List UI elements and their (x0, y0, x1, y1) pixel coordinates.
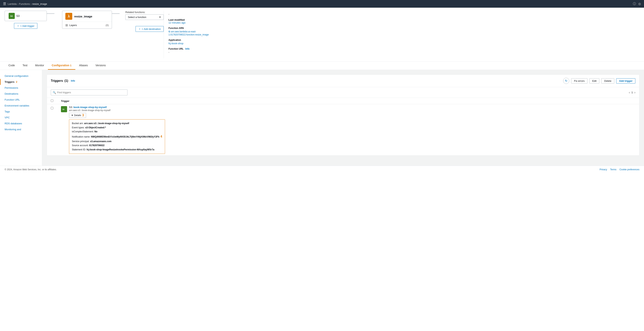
breadcrumb-functions[interactable]: Functions (19, 2, 30, 5)
num4-badge: 4 (160, 135, 162, 138)
footer-links: Privacy Terms Cookie preferences (600, 168, 640, 171)
footer-cookies[interactable]: Cookie preferences (620, 168, 640, 171)
footer-copyright: © 2024, Amazon Web Services, Inc. or its… (4, 168, 57, 171)
details-toggle-button[interactable]: ▼ Details 3 (69, 113, 86, 118)
breadcrumb-current: resize_image (32, 2, 47, 5)
plus-icon-dest: ＋ (138, 27, 141, 31)
search-row: 🔍 ‹ 1 › (47, 87, 639, 98)
detail-bucket-arn: Bucket arn: arn:aws:s3:::book-image-shop… (72, 121, 162, 126)
application-label: Application (168, 39, 220, 41)
trigger-cell: S3 S3: book-image-shop-by-myself ar (57, 104, 639, 156)
application-link[interactable]: fcj-book-shop (168, 42, 184, 45)
sidebar: General configuration Triggers 2 Permiss… (0, 70, 42, 166)
content-area: General configuration Triggers 2 Permiss… (0, 70, 644, 166)
add-trigger-button[interactable]: ＋ + Add trigger (14, 23, 37, 29)
sidebar-item-monitoring[interactable]: Monitoring and (0, 126, 42, 132)
footer-terms[interactable]: Terms (610, 168, 616, 171)
trigger-name-link[interactable]: book-image-shop-by-myself (74, 106, 106, 109)
layers-row: ⊞ Layers (0) (62, 22, 112, 28)
refresh-button[interactable]: ↻ (563, 78, 569, 84)
connector-line-right (112, 13, 120, 14)
footer: © 2024, Amazon Web Services, Inc. or its… (0, 166, 644, 173)
prev-page-button[interactable]: ‹ (629, 91, 630, 94)
function-url-label: Function URL Info (168, 47, 220, 50)
application-section: Application fcj-book-shop (168, 39, 220, 45)
trigger-checkbox[interactable] (51, 107, 53, 109)
sidebar-item-env-vars[interactable]: Environment variables (0, 103, 42, 109)
chevron-down-icon: ▼ (159, 16, 161, 18)
trigger-section: S3 S3 ＋ + Add trigger (4, 11, 47, 29)
layers-count: (0) (106, 24, 109, 27)
trigger-info: S3: book-image-shop-by-myself arn:aws:s3… (69, 106, 165, 154)
next-page-button[interactable]: › (634, 91, 636, 94)
tab-aliases[interactable]: Aliases (75, 61, 92, 70)
related-dropdown-row: Related functions: Select a function ▼ (125, 11, 164, 20)
sidebar-item-triggers[interactable]: Triggers 2 (0, 79, 42, 85)
s3-trigger-box[interactable]: S3 S3 (4, 11, 47, 21)
arn-text: arn:aws:lambda:us-east-1:017820706022:fu… (168, 30, 209, 36)
function-box: λ resize_image ⊞ Layers (0) (62, 11, 112, 29)
s3-trigger-icon: S3 (61, 106, 67, 112)
detail-statement-id: Statement ID: fcj-book-shop-ImageResizeI… (72, 148, 162, 152)
user-icon[interactable]: ◎ (638, 2, 641, 6)
triggers-panel: Triggers (1) Info ↻ Fix errors Edit Dele… (42, 70, 644, 166)
info-icon[interactable]: ⓘ (633, 2, 636, 6)
fix-errors-button[interactable]: Fix errors (571, 78, 588, 83)
sidebar-item-tags[interactable]: Tags (0, 109, 42, 115)
top-dash-item: - (168, 13, 220, 16)
sidebar-item-vpc[interactable]: VPC (0, 115, 42, 120)
configuration-badge: 1 (70, 64, 72, 67)
select-all-checkbox[interactable] (51, 99, 53, 102)
tab-configuration[interactable]: Configuration1 (48, 61, 75, 70)
svg-text:S3: S3 (62, 109, 64, 110)
last-modified-value: 12 minutes ago (168, 21, 220, 24)
sidebar-item-general[interactable]: General configuration (0, 73, 42, 79)
triggers-card-header: Triggers (1) Info ↻ Fix errors Edit Dele… (47, 75, 639, 87)
sidebar-item-permissions[interactable]: Permissions (0, 85, 42, 91)
trigger-arn: arn:aws:s3:::book-image-shop-by-myself (69, 109, 165, 112)
sidebar-item-function-url[interactable]: Function URL (0, 97, 42, 103)
breadcrumb: Lambda › Functions › resize_image (8, 2, 47, 5)
trigger-name-row: S3: book-image-shop-by-myself (69, 106, 165, 109)
triggers-info-link[interactable]: Info (71, 79, 75, 82)
last-modified-label: Last modified (168, 18, 220, 21)
triggers-card: Triggers (1) Info ↻ Fix errors Edit Dele… (47, 74, 640, 156)
trigger-table: Trigger (47, 98, 639, 155)
function-arn-label: Function ARN (168, 27, 220, 29)
detail-service-principal: Service principal: s3.amazonaws.com (72, 139, 162, 144)
page-number: 1 (631, 91, 633, 94)
delete-button[interactable]: Delete (601, 78, 614, 83)
add-destination-button[interactable]: ＋ + Add destination (136, 26, 164, 32)
trigger-row: S3 S3: book-image-shop-by-myself ar (47, 104, 639, 156)
tabs-bar: Code Test Monitor Configuration1 Aliases… (0, 61, 644, 70)
related-label: Related functions: (125, 11, 164, 13)
tab-test[interactable]: Test (18, 61, 31, 70)
function-arn-section: Function ARN ⧉arn:aws:lambda:us-east-1:0… (168, 27, 220, 36)
menu-icon[interactable]: ☰ (3, 2, 6, 6)
search-input[interactable] (51, 89, 128, 95)
related-functions-dropdown[interactable]: Select a function ▼ (125, 14, 164, 20)
sidebar-item-destinations[interactable]: Destinations (0, 91, 42, 97)
right-info-panel: - Last modified 12 minutes ago Function … (164, 11, 225, 58)
add-trigger-card-button[interactable]: Add trigger (616, 78, 636, 83)
triggers-actions: ↻ Fix errors Edit Delete Add trigger (563, 78, 636, 84)
breadcrumb-sep-2: › (31, 2, 32, 5)
edit-button[interactable]: Edit (590, 78, 599, 83)
tab-code[interactable]: Code (4, 61, 18, 70)
footer-privacy[interactable]: Privacy (600, 168, 607, 171)
plus-icon: ＋ (17, 24, 19, 27)
s3-label: S3 (16, 14, 20, 17)
breadcrumb-sep-1: › (18, 2, 18, 5)
trigger-cell-wrap: S3 S3: book-image-shop-by-myself ar (61, 106, 636, 154)
details-badge: 3 (82, 114, 84, 117)
breadcrumb-lambda[interactable]: Lambda (8, 2, 17, 5)
tab-monitor[interactable]: Monitor (31, 61, 48, 70)
triggers-title: Triggers (1) Info (51, 79, 75, 82)
function-url-info-link[interactable]: Info (185, 47, 190, 50)
sidebar-item-rds[interactable]: RDS databases (0, 120, 42, 126)
connector-line (47, 13, 54, 14)
copy-arn-icon[interactable]: ⧉ (168, 30, 170, 33)
layers-left: ⊞ Layers (65, 23, 77, 27)
top-nav-actions: ⓘ ◎ (633, 2, 641, 6)
tab-versions[interactable]: Versions (92, 61, 110, 70)
